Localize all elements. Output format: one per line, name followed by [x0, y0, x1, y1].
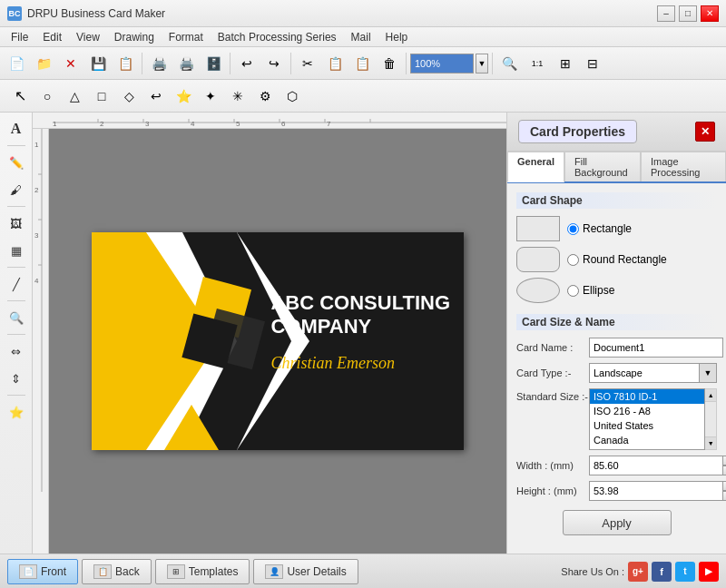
svg-text:5: 5 — [236, 120, 240, 128]
database-button[interactable]: 🗄️ — [201, 51, 226, 76]
width-input[interactable] — [589, 456, 722, 475]
shape-radio-round-rectangle[interactable]: Round Rectangle — [567, 253, 667, 266]
twitter-icon[interactable]: t — [675, 562, 695, 582]
width-down-button[interactable]: ▼ — [722, 466, 726, 475]
zoom-dropdown[interactable]: ▼ — [476, 54, 488, 74]
close-doc-button[interactable]: ✕ — [58, 51, 83, 76]
svg-text:4: 4 — [34, 277, 39, 285]
delete-button[interactable]: 🗑 — [377, 51, 402, 76]
sep4 — [406, 53, 407, 74]
select-tool[interactable]: ↖ — [7, 83, 33, 109]
cut-button[interactable]: ✂ — [295, 51, 320, 76]
card-type-row: Card Type :- Landscape Portrait ▼ — [516, 363, 717, 383]
undo-button[interactable]: ↩ — [234, 51, 260, 76]
listbox-scroll-track — [705, 402, 716, 436]
copy-button[interactable]: 📋 — [322, 51, 348, 76]
panel-close-button[interactable]: ✕ — [695, 122, 715, 142]
canvas-surface[interactable]: ABC CONSULTING COMPANY Christian Emerson — [49, 129, 506, 554]
tab-fill-background[interactable]: Fill Background — [564, 152, 641, 181]
listbox-item-1[interactable]: ISO 216 - A8 — [590, 404, 704, 418]
main-toolbar: 📄 📁 ✕ 💾 📋 🖨️ 🖨️ 🗄️ ↩ ↪ ✂ 📋 📋 🗑 100% ▼ 🔍 … — [0, 47, 726, 80]
close-button[interactable]: ✕ — [701, 5, 719, 22]
shape-radio-rectangle[interactable]: Rectangle — [567, 222, 632, 235]
zoom-tool[interactable]: 🔍 — [4, 305, 29, 330]
listbox-item-3[interactable]: Canada — [590, 433, 704, 447]
star-tool[interactable]: ⭐ — [171, 83, 196, 109]
front-button[interactable]: 📄 Front — [7, 559, 78, 584]
maximize-button[interactable]: □ — [679, 5, 697, 22]
menu-help[interactable]: Help — [378, 29, 416, 45]
text-tool[interactable]: A — [4, 116, 29, 142]
grid-button[interactable]: ⊞ — [553, 51, 578, 76]
radio-round-rectangle[interactable] — [567, 254, 579, 266]
apply-button[interactable]: Apply — [563, 510, 672, 535]
width-up-button[interactable]: ▲ — [722, 456, 726, 466]
menu-view[interactable]: View — [69, 29, 107, 45]
diamond-tool[interactable]: ◇ — [116, 83, 142, 109]
standard-size-listbox[interactable]: ISO 7810 ID-1 ISO 216 - A8 United States… — [589, 388, 705, 450]
brush-tool[interactable]: 🖌 — [4, 177, 29, 202]
shape-radio-ellipse[interactable]: Ellipse — [567, 284, 614, 297]
zoom-100-button[interactable]: 1:1 — [524, 51, 551, 76]
height-up-button[interactable]: ▲ — [722, 481, 726, 491]
save-button[interactable]: 💾 — [85, 51, 111, 76]
gear-tool[interactable]: ⚙ — [252, 83, 278, 109]
flip-h-tool[interactable]: ⇔ — [4, 338, 29, 364]
asterisk-tool[interactable]: ✳ — [225, 83, 250, 109]
panel-header: Card Properties ✕ — [507, 113, 726, 152]
save-as-button[interactable]: 📋 — [113, 51, 138, 76]
flip-v-tool[interactable]: ⇕ — [4, 366, 29, 391]
listbox-scroll-up[interactable]: ▲ — [705, 389, 716, 402]
listbox-item-0[interactable]: ISO 7810 ID-1 — [590, 389, 704, 404]
minimize-button[interactable]: – — [657, 5, 675, 22]
paste-button[interactable]: 📋 — [349, 51, 375, 76]
line-tool[interactable]: ╱ — [4, 271, 29, 297]
back-button[interactable]: 📋 Back — [82, 559, 152, 584]
tab-general[interactable]: General — [507, 152, 564, 182]
svg-text:4: 4 — [191, 120, 195, 128]
print-button[interactable]: 🖨️ — [173, 51, 199, 76]
arc-tool[interactable]: ↩ — [143, 83, 169, 109]
barcode-tool[interactable]: ▦ — [4, 238, 29, 263]
menu-format[interactable]: Format — [162, 29, 211, 45]
menu-file[interactable]: File — [4, 29, 35, 45]
zoom-out-button[interactable]: 🔍 — [496, 51, 522, 76]
templates-button[interactable]: ⊞ Templates — [155, 559, 250, 584]
rect-tool[interactable]: □ — [89, 83, 114, 109]
star-shape-tool[interactable]: ⭐ — [4, 399, 29, 425]
radio-ellipse[interactable] — [567, 285, 579, 297]
circle-tool[interactable]: ○ — [34, 83, 60, 109]
standard-size-row: Standard Size :- ISO 7810 ID-1 ISO 216 -… — [516, 388, 717, 450]
menu-mail[interactable]: Mail — [344, 29, 378, 45]
card-type-select[interactable]: Landscape Portrait — [589, 363, 717, 383]
triangle-tool[interactable]: △ — [62, 83, 87, 109]
pencil-tool[interactable]: ✏️ — [4, 150, 29, 175]
svg-text:3: 3 — [34, 231, 39, 240]
menu-drawing[interactable]: Drawing — [107, 29, 162, 45]
menu-batch[interactable]: Batch Processing Series — [211, 29, 344, 45]
height-down-button[interactable]: ▼ — [722, 491, 726, 501]
card-name-input[interactable] — [589, 338, 723, 358]
listbox-scroll-down[interactable]: ▼ — [705, 436, 716, 449]
hex-tool[interactable]: ⬡ — [280, 83, 305, 109]
youtube-icon[interactable]: ▶ — [699, 562, 719, 582]
image-tool[interactable]: 🖼 — [4, 211, 29, 236]
ruler-vertical: 1 2 3 4 — [33, 129, 49, 554]
facebook-icon[interactable]: f — [652, 562, 672, 582]
radio-rectangle[interactable] — [567, 223, 579, 235]
tab-image-processing[interactable]: Image Processing — [641, 152, 726, 181]
fit-button[interactable]: ⊟ — [580, 51, 605, 76]
cross-tool[interactable]: ✦ — [198, 83, 223, 109]
print-preview-button[interactable]: 🖨️ — [146, 51, 172, 76]
listbox-item-2[interactable]: United States — [590, 418, 704, 433]
new-button[interactable]: 📄 — [4, 51, 29, 76]
zoom-input[interactable]: 100% — [410, 54, 474, 74]
height-input[interactable] — [589, 481, 722, 501]
card-name-row: Card Name : — [516, 338, 717, 358]
user-details-button[interactable]: 👤 User Details — [253, 559, 358, 584]
width-row: Width : (mm) ▲ ▼ — [516, 456, 717, 475]
google-plus-icon[interactable]: g+ — [628, 562, 648, 582]
redo-button[interactable]: ↪ — [261, 51, 287, 76]
menu-edit[interactable]: Edit — [35, 29, 69, 45]
open-button[interactable]: 📁 — [31, 51, 56, 76]
